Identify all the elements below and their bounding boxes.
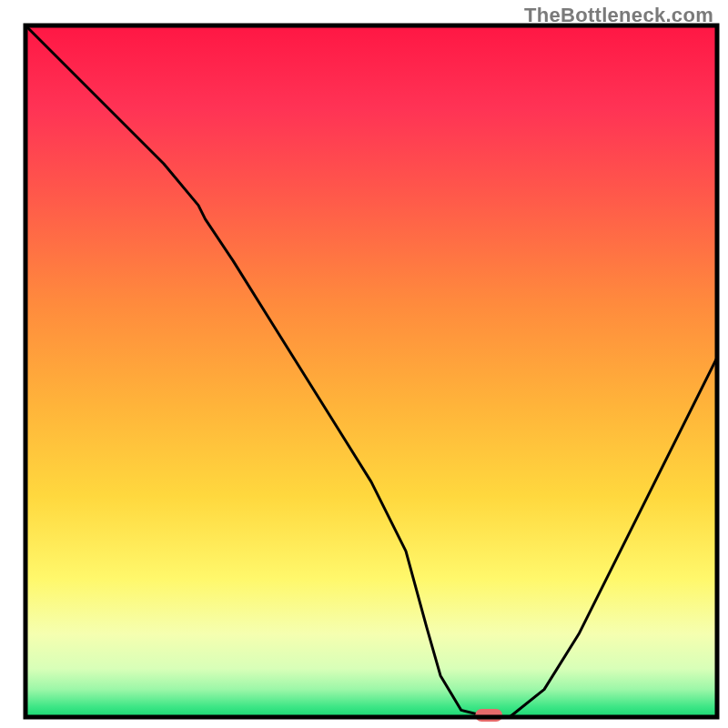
chart-svg	[0, 0, 728, 728]
plot-area	[25, 25, 717, 722]
bottleneck-chart: TheBottleneck.com	[0, 0, 728, 728]
watermark-label: TheBottleneck.com	[524, 4, 713, 27]
